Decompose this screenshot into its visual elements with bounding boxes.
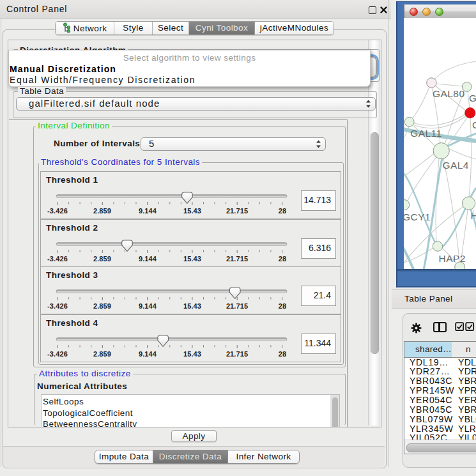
svg-text:GAL2: GAL2	[469, 93, 476, 104]
svg-text:H: H	[471, 210, 476, 221]
svg-text:CD: CD	[472, 119, 476, 130]
svg-text:GAL4: GAL4	[443, 160, 469, 171]
svg-text:GCY1: GCY1	[404, 211, 431, 222]
svg-text:HAP2: HAP2	[439, 253, 466, 264]
svg-text:GAL11: GAL11	[410, 128, 441, 139]
svg-text:GAL80: GAL80	[433, 88, 465, 99]
